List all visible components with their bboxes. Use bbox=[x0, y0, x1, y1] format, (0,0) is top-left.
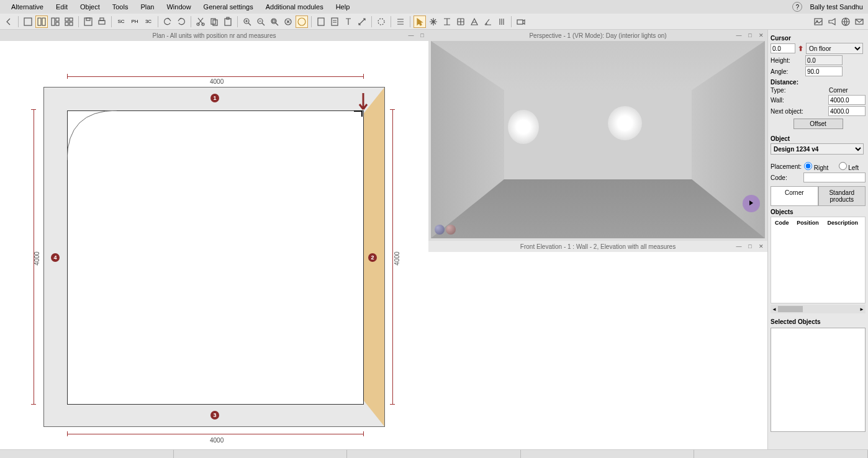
globe-icon[interactable] bbox=[839, 16, 852, 28]
copy-icon[interactable] bbox=[208, 16, 220, 28]
dim-bottom-label: 4000 bbox=[210, 437, 224, 444]
persp-close-icon[interactable]: ✕ bbox=[757, 32, 765, 39]
wall-input[interactable] bbox=[828, 95, 866, 105]
print-icon[interactable] bbox=[96, 16, 108, 28]
svg-rect-23 bbox=[273, 20, 275, 22]
zoom-fit-icon[interactable] bbox=[268, 16, 281, 28]
elev-close-icon[interactable]: ✕ bbox=[757, 243, 765, 250]
cut-icon[interactable] bbox=[194, 16, 207, 28]
tab-standard-products[interactable]: Standard products bbox=[818, 186, 866, 206]
angle-input[interactable] bbox=[805, 66, 843, 76]
menu-edit[interactable]: Edit bbox=[50, 3, 74, 11]
nav-pan-icon[interactable] bbox=[446, 225, 456, 235]
elevation-window: Front Elevation - 1 : Wall - 2, Elevatio… bbox=[428, 241, 767, 449]
code-input[interactable] bbox=[803, 173, 866, 182]
mail-icon[interactable] bbox=[853, 16, 866, 28]
menu-general-settings[interactable]: General settings bbox=[197, 3, 260, 11]
nav-orbit-icon[interactable] bbox=[435, 225, 445, 235]
image-icon[interactable] bbox=[812, 16, 825, 28]
wall-marker-3[interactable]: 3 bbox=[210, 411, 219, 420]
offset-button[interactable]: Offset bbox=[793, 119, 843, 129]
placement-left-radio[interactable] bbox=[839, 162, 847, 170]
svg-rect-26 bbox=[318, 18, 324, 25]
svg-rect-18 bbox=[225, 19, 231, 25]
layout-1-icon[interactable] bbox=[22, 16, 34, 28]
plan-window: Plan - All units with position nr and me… bbox=[0, 30, 428, 449]
selected-objects-title: Selected Objects bbox=[771, 318, 866, 325]
object-select[interactable]: Design 1234 v4 bbox=[771, 143, 864, 155]
perspective-canvas[interactable] bbox=[431, 41, 765, 238]
code-label: Code: bbox=[771, 174, 801, 181]
help-icon[interactable]: ? bbox=[792, 2, 802, 12]
doc-icon[interactable] bbox=[328, 16, 341, 28]
svg-rect-2 bbox=[42, 18, 45, 25]
pointer-icon[interactable] bbox=[414, 16, 426, 28]
menu-object[interactable]: Object bbox=[74, 3, 106, 11]
wall-marker-1[interactable]: 1 bbox=[210, 94, 219, 102]
svg-rect-12 bbox=[99, 20, 105, 24]
floor-select[interactable]: On floor bbox=[806, 43, 863, 54]
zoom-out-icon[interactable] bbox=[255, 16, 267, 28]
svg-rect-7 bbox=[70, 18, 73, 21]
plan-maximize-icon[interactable]: □ bbox=[418, 32, 426, 39]
objects-hscroll[interactable]: ◄ ► bbox=[771, 305, 866, 313]
sc-button[interactable]: SC bbox=[115, 16, 127, 28]
ph-button[interactable]: PH bbox=[129, 16, 141, 28]
announce-icon[interactable] bbox=[826, 16, 838, 28]
menu-window[interactable]: Window bbox=[160, 3, 197, 11]
cursor-value-input[interactable] bbox=[771, 43, 795, 53]
layout-3-icon[interactable] bbox=[49, 16, 61, 28]
elev-maximize-icon[interactable]: □ bbox=[746, 243, 754, 250]
persp-minimize-icon[interactable]: ― bbox=[735, 32, 743, 39]
wall-marker-2[interactable]: 2 bbox=[368, 253, 377, 262]
snap-2-icon[interactable] bbox=[441, 16, 453, 28]
paste-icon[interactable] bbox=[222, 16, 234, 28]
menu-help[interactable]: Help bbox=[330, 3, 356, 11]
redo-icon[interactable] bbox=[175, 16, 188, 28]
undo-icon[interactable] bbox=[161, 16, 174, 28]
plan-minimize-icon[interactable]: ― bbox=[407, 32, 415, 39]
svg-rect-10 bbox=[84, 18, 92, 25]
properties-sidebar: Cursor ⬆ On floor Height: Angle: Distanc… bbox=[767, 30, 868, 449]
placement-label: Placement: bbox=[771, 163, 802, 170]
wall-marker-4[interactable]: 4 bbox=[51, 253, 60, 262]
menu-plan[interactable]: Plan bbox=[134, 3, 160, 11]
menu-additional-modules[interactable]: Additional modules bbox=[260, 3, 330, 11]
circle-icon[interactable] bbox=[375, 16, 387, 28]
scroll-right-icon[interactable]: ► bbox=[858, 307, 866, 312]
page-icon[interactable] bbox=[315, 16, 327, 28]
persp-maximize-icon[interactable]: □ bbox=[746, 32, 754, 39]
text-icon[interactable] bbox=[342, 16, 355, 28]
col-position: Position bbox=[794, 218, 823, 227]
grid-icon[interactable] bbox=[454, 16, 467, 28]
menu-tools[interactable]: Tools bbox=[106, 3, 135, 11]
parallel-icon[interactable] bbox=[495, 16, 508, 28]
elev-minimize-icon[interactable]: ― bbox=[735, 243, 743, 250]
tc-button[interactable]: 3C bbox=[142, 16, 155, 28]
layout-4-icon[interactable] bbox=[63, 16, 75, 28]
snap-1-icon[interactable] bbox=[427, 16, 440, 28]
tab-corner[interactable]: Corner bbox=[771, 186, 818, 206]
back-icon[interactable] bbox=[2, 16, 15, 28]
zoom-all-icon[interactable] bbox=[296, 16, 308, 28]
zoom-selection-icon[interactable] bbox=[282, 16, 294, 28]
plan-canvas[interactable]: 4000 4000 4000 4000 bbox=[0, 41, 428, 449]
angle-icon[interactable] bbox=[482, 16, 494, 28]
perspective-icon[interactable] bbox=[468, 16, 481, 28]
menu-alternative[interactable]: Alternative bbox=[5, 3, 50, 11]
save-icon[interactable] bbox=[82, 16, 94, 28]
list-icon[interactable] bbox=[394, 16, 407, 28]
dimension-icon[interactable] bbox=[356, 16, 368, 28]
zoom-in-icon[interactable] bbox=[241, 16, 253, 28]
placement-right-radio[interactable] bbox=[804, 162, 812, 170]
objects-table[interactable]: Code Position Description bbox=[771, 217, 866, 303]
layout-2-icon[interactable] bbox=[35, 16, 48, 28]
height-input[interactable] bbox=[805, 55, 843, 65]
object-section-title: Object bbox=[771, 135, 866, 142]
selected-objects-list[interactable] bbox=[771, 328, 866, 432]
next-object-input[interactable] bbox=[828, 106, 866, 116]
scroll-left-icon[interactable]: ◄ bbox=[771, 307, 778, 312]
cursor-section-title: Cursor bbox=[771, 35, 866, 42]
objects-section-title: Objects bbox=[771, 209, 866, 215]
camera-icon[interactable] bbox=[515, 16, 527, 28]
